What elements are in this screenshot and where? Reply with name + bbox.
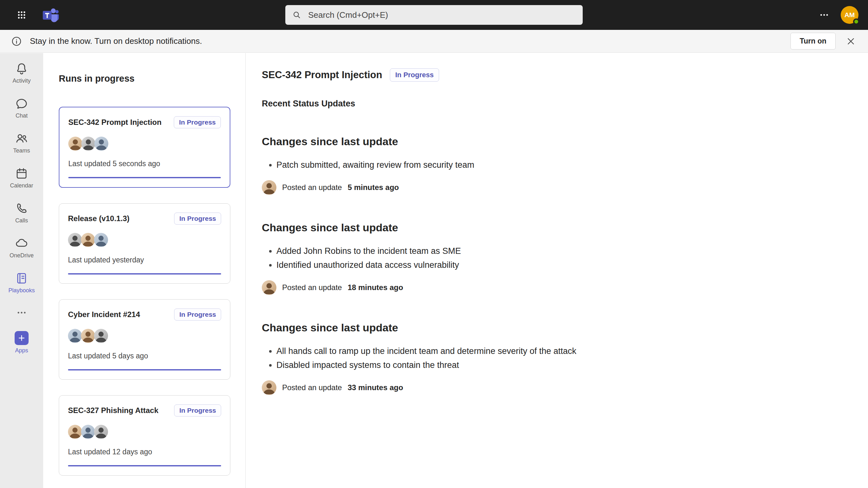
- last-updated-text: Last updated 12 days ago: [68, 448, 221, 456]
- update-bullet: Disabled impacted systems to contain the…: [276, 358, 849, 372]
- update-bullets: All hands call to ramp up the incident t…: [262, 344, 849, 372]
- info-icon: [11, 36, 22, 47]
- posted-label: Posted an update: [282, 283, 342, 292]
- runs-panel: Runs in progress SEC-342 Prompt Injectio…: [43, 53, 246, 488]
- avatar: [262, 380, 276, 395]
- sidebar-item-chat[interactable]: Chat: [0, 91, 43, 125]
- sidebar-item-label: Teams: [13, 147, 30, 154]
- avatar: [68, 425, 82, 439]
- run-card-title: Cyber Incident #214: [68, 310, 140, 319]
- avatar-group: [68, 425, 221, 439]
- update-bullet: Identified unauthorized data access vuln…: [276, 258, 849, 272]
- sidebar-item-label: OneDrive: [9, 252, 34, 259]
- sidebar-item-label: Calls: [15, 217, 28, 224]
- run-card-sec-342[interactable]: SEC-342 Prompt Injection In Progress Las…: [59, 107, 230, 188]
- sidebar-item-label: Chat: [16, 113, 28, 119]
- update-bullets: Patch submitted, awaiting review from se…: [262, 158, 849, 172]
- update-heading: Changes since last update: [262, 322, 849, 334]
- phone-icon: [15, 202, 28, 215]
- avatar: [68, 136, 82, 151]
- last-updated-text: Last updated 5 seconds ago: [68, 159, 221, 168]
- avatar: [68, 233, 82, 247]
- run-card-sec-327[interactable]: SEC-327 Phishing Attack In Progress Last…: [59, 395, 230, 476]
- run-card-title: Release (v10.1.3): [68, 214, 129, 223]
- posted-label: Posted an update: [282, 383, 342, 392]
- last-updated-text: Last updated 5 days ago: [68, 352, 221, 360]
- update-heading: Changes since last update: [262, 221, 849, 234]
- avatar: [81, 329, 95, 343]
- search-box: [285, 5, 583, 25]
- sidebar-item-calendar[interactable]: Calendar: [0, 160, 43, 195]
- avatar: [81, 136, 95, 151]
- sidebar-item-label: Apps: [15, 347, 28, 354]
- run-card-cyber-incident[interactable]: Cyber Incident #214 In Progress Last upd…: [59, 299, 230, 380]
- more-options-button[interactable]: [816, 7, 832, 23]
- status-badge: In Progress: [390, 68, 439, 82]
- avatar-group: [68, 136, 221, 151]
- avatar-group: [68, 329, 221, 343]
- status-badge: In Progress: [174, 308, 221, 321]
- last-updated-text: Last updated yesterday: [68, 256, 221, 264]
- status-update: Changes since last update All hands call…: [262, 322, 849, 395]
- sidebar-item-apps[interactable]: Apps: [0, 325, 43, 360]
- avatar-group: [68, 233, 221, 247]
- posted-row: Posted an update 33 minutes ago: [262, 380, 849, 395]
- update-bullet: All hands call to ramp up the incident t…: [276, 344, 849, 358]
- calendar-icon: [15, 167, 28, 180]
- update-bullet: Added John Robins to the incident team a…: [276, 244, 849, 258]
- avatar: [94, 233, 108, 247]
- page-title: SEC-342 Prompt Injection: [262, 69, 382, 81]
- avatar: [81, 425, 95, 439]
- update-bullet: Patch submitted, awaiting review from se…: [276, 158, 849, 172]
- run-card-title: SEC-327 Phishing Attack: [68, 406, 159, 415]
- posted-time: 18 minutes ago: [348, 283, 403, 292]
- more-icon: [16, 307, 27, 318]
- profile-avatar[interactable]: AM: [841, 6, 859, 24]
- status-update: Changes since last update Patch submitte…: [262, 135, 849, 195]
- run-detail: SEC-342 Prompt Injection In Progress Rec…: [246, 53, 868, 488]
- more-icon: [819, 10, 829, 20]
- progress-bar: [68, 369, 221, 370]
- avatar: [94, 329, 108, 343]
- sidebar-item-activity[interactable]: Activity: [0, 56, 43, 91]
- status-update: Changes since last update Added John Rob…: [262, 221, 849, 295]
- update-heading: Changes since last update: [262, 135, 849, 148]
- top-bar: AM: [0, 0, 868, 30]
- search-icon: [292, 10, 301, 20]
- update-bullets: Added John Robins to the incident team a…: [262, 244, 849, 272]
- banner-close-button[interactable]: [843, 34, 859, 49]
- avatar: [262, 280, 276, 295]
- waffle-menu-button[interactable]: [14, 7, 29, 23]
- waffle-icon: [17, 10, 26, 20]
- cloud-icon: [15, 237, 28, 250]
- sidebar-item-teams[interactable]: Teams: [0, 125, 43, 160]
- teams-people-icon: [15, 132, 28, 145]
- avatar: [81, 233, 95, 247]
- turn-on-button[interactable]: Turn on: [790, 33, 836, 50]
- panel-title: Runs in progress: [59, 73, 230, 84]
- sidebar-item-label: Calendar: [10, 182, 33, 189]
- notification-banner: Stay in the know. Turn on desktop notifi…: [0, 30, 868, 53]
- presence-available-icon: [853, 19, 860, 25]
- posted-label: Posted an update: [282, 183, 342, 192]
- progress-bar: [68, 273, 221, 274]
- apps-plus-icon: [14, 331, 29, 345]
- sidebar-item-calls[interactable]: Calls: [0, 195, 43, 230]
- search-input[interactable]: [285, 5, 583, 25]
- bell-icon: [15, 62, 28, 75]
- banner-message: Stay in the know. Turn on desktop notifi…: [30, 36, 202, 46]
- avatar: [68, 329, 82, 343]
- progress-bar: [68, 177, 221, 178]
- posted-row: Posted an update 5 minutes ago: [262, 180, 849, 195]
- sidebar-item-label: Playbooks: [8, 287, 35, 294]
- run-card-release[interactable]: Release (v10.1.3) In Progress Last updat…: [59, 203, 230, 284]
- sidebar-more-button[interactable]: [0, 300, 43, 325]
- sidebar-item-playbooks[interactable]: Playbooks: [0, 265, 43, 300]
- teams-logo-icon: [42, 6, 59, 24]
- chat-icon: [15, 97, 28, 110]
- sidebar-item-onedrive[interactable]: OneDrive: [0, 230, 43, 265]
- posted-time: 5 minutes ago: [348, 183, 399, 192]
- status-badge: In Progress: [174, 116, 221, 128]
- avatar: [94, 425, 108, 439]
- status-badge: In Progress: [174, 404, 221, 417]
